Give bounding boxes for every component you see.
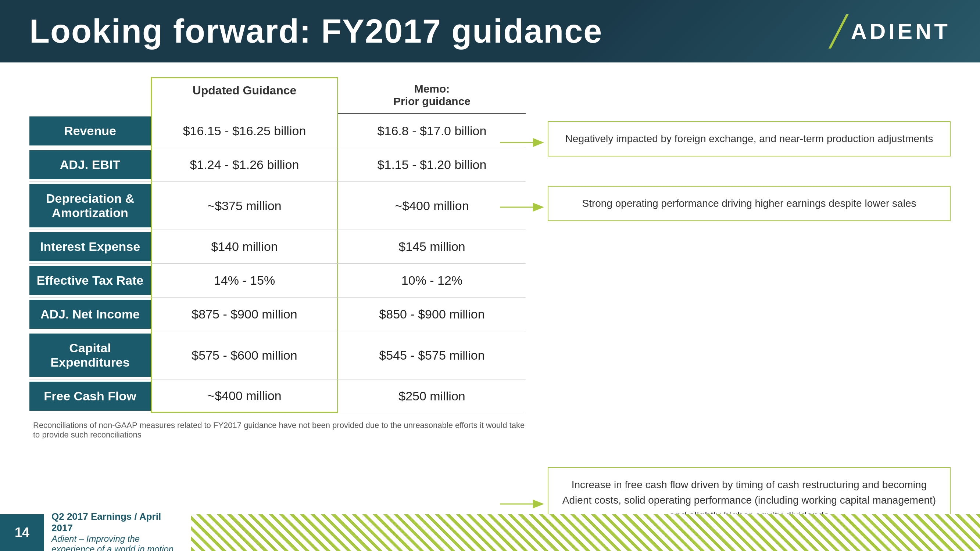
row-prior-interest: $145 million xyxy=(338,230,526,264)
callout-arrow-revenue xyxy=(500,135,544,150)
svg-marker-5 xyxy=(533,500,544,508)
table-row: Capital Expenditures $575 - $600 million… xyxy=(29,331,526,380)
row-label-tax-rate: Effective Tax Rate xyxy=(29,266,151,295)
row-updated-tax-rate: 14% - 15% xyxy=(151,264,338,297)
table-row: ADJ. Net Income $875 - $900 million $850… xyxy=(29,297,526,331)
table-row: ADJ. EBIT $1.24 - $1.26 billion $1.15 - … xyxy=(29,148,526,182)
memo-label: Memo: xyxy=(342,83,522,95)
col-header-updated: Updated Guidance xyxy=(151,77,338,114)
row-label-adj-ebit: ADJ. EBIT xyxy=(29,150,151,179)
row-prior-da: ~$400 million xyxy=(338,182,526,230)
prior-label: Prior guidance xyxy=(342,95,522,108)
callout-revenue: Negatively impacted by foreign exchange,… xyxy=(548,121,951,164)
left-table: Updated Guidance Memo: Prior guidance Re… xyxy=(29,77,526,440)
row-updated-net-income: $875 - $900 million xyxy=(151,297,338,331)
row-label-fcf: Free Cash Flow xyxy=(29,382,151,411)
row-label-revenue: Revenue xyxy=(29,116,151,146)
row-prior-revenue: $16.8 - $17.0 billion xyxy=(338,114,526,148)
row-updated-interest: $140 million xyxy=(151,230,338,264)
svg-marker-1 xyxy=(533,138,544,147)
table-container: Updated Guidance Memo: Prior guidance Re… xyxy=(29,77,951,541)
row-prior-net-income: $850 - $900 million xyxy=(338,297,526,331)
header: Looking forward: FY2017 guidance ╱ ADIEN… xyxy=(0,0,980,62)
table-row: Revenue $16.15 - $16.25 billion $16.8 - … xyxy=(29,114,526,148)
footer-pattern xyxy=(191,514,980,551)
footer-line1: Q2 2017 Earnings / April 2017 xyxy=(51,511,184,534)
callout-arrow-adj-ebit xyxy=(500,200,544,214)
row-prior-tax-rate: 10% - 12% xyxy=(338,264,526,297)
row-updated-revenue: $16.15 - $16.25 billion xyxy=(151,114,338,148)
page-title: Looking forward: FY2017 guidance xyxy=(29,13,603,50)
col-headers: Updated Guidance Memo: Prior guidance xyxy=(29,77,526,114)
footer-page-number: 14 xyxy=(0,514,44,551)
right-callouts: Negatively impacted by foreign exchange,… xyxy=(548,77,951,541)
row-updated-adj-ebit: $1.24 - $1.26 billion xyxy=(151,148,338,181)
row-updated-capex: $575 - $600 million xyxy=(151,331,338,379)
row-prior-fcf: $250 million xyxy=(338,380,526,413)
callout-arrow-fcf xyxy=(500,497,544,511)
svg-marker-3 xyxy=(533,203,544,211)
row-label-da: Depreciation & Amortization xyxy=(29,184,151,227)
row-prior-capex: $545 - $575 million xyxy=(338,331,526,379)
col-header-prior: Memo: Prior guidance xyxy=(338,77,526,114)
logo-slash: ╱ xyxy=(830,14,847,49)
footer-line2: Adient – Improving the experience of a w… xyxy=(51,534,184,551)
callout-text-revenue: Negatively impacted by foreign exchange,… xyxy=(565,133,933,144)
table-row: Free Cash Flow ~$400 million $250 millio… xyxy=(29,380,526,413)
row-label-interest: Interest Expense xyxy=(29,232,151,261)
table-row: Depreciation & Amortization ~$375 millio… xyxy=(29,182,526,230)
footer-middle: Q2 2017 Earnings / April 2017 Adient – I… xyxy=(44,514,191,551)
col-header-empty xyxy=(29,77,151,114)
row-label-net-income: ADJ. Net Income xyxy=(29,300,151,329)
logo-text: ADIENT xyxy=(851,19,951,44)
row-label-capex: Capital Expenditures xyxy=(29,333,151,377)
row-prior-adj-ebit: $1.15 - $1.20 billion xyxy=(338,148,526,181)
table-row: Interest Expense $140 million $145 milli… xyxy=(29,230,526,264)
table-row: Effective Tax Rate 14% - 15% 10% - 12% xyxy=(29,264,526,297)
footnote: Reconciliations of non-GAAP measures rel… xyxy=(29,421,526,440)
main-content: Updated Guidance Memo: Prior guidance Re… xyxy=(0,62,980,548)
callout-adj-ebit: Strong operating performance driving hig… xyxy=(548,186,951,229)
callout-text-adj-ebit: Strong operating performance driving hig… xyxy=(582,198,916,209)
footer: 14 Q2 2017 Earnings / April 2017 Adient … xyxy=(0,514,980,551)
logo-area: ╱ ADIENT xyxy=(830,14,951,49)
row-updated-fcf: ~$400 million xyxy=(151,380,338,413)
row-updated-da: ~$375 million xyxy=(151,182,338,230)
